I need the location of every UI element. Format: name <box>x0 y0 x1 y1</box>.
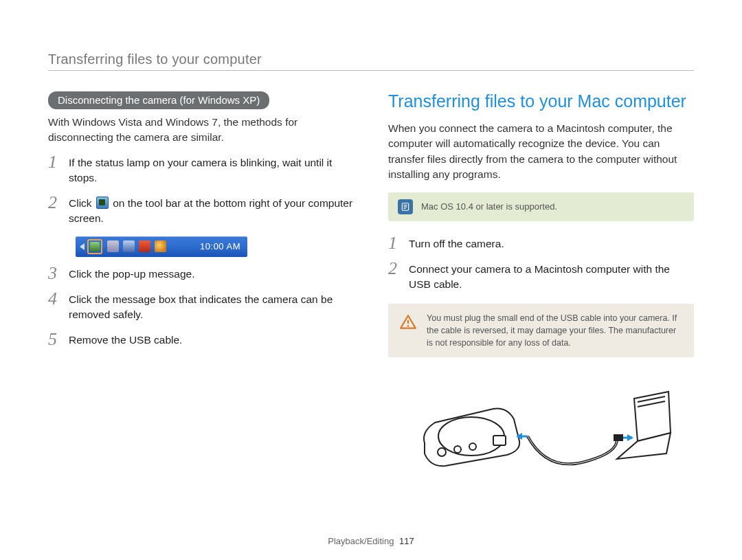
step-number: 1 <box>388 234 401 252</box>
step-text-pre: Click <box>69 197 95 209</box>
safely-remove-hardware-icon <box>90 242 100 251</box>
step-text: Turn off the camera. <box>409 236 694 251</box>
right-column: Transferring files to your Mac computer … <box>388 91 694 481</box>
step-text: Click the pop-up message. <box>69 267 354 282</box>
header-rule <box>48 70 694 71</box>
windows-xp-system-tray: 10:00 AM <box>76 236 247 257</box>
step-4: 4 Click the message box that indicates t… <box>48 292 354 323</box>
step-2: 2 Click on the tool bar at the bottom ri… <box>48 196 354 227</box>
footer-section: Playback/Editing <box>328 536 394 546</box>
svg-marker-13 <box>627 434 633 441</box>
mac-step-2: 2 Connect your camera to a Macintosh com… <box>388 262 694 293</box>
safely-remove-hardware-icon <box>96 197 109 209</box>
note-text: Mac OS 10.4 or later is supported. <box>421 201 557 212</box>
camera-laptop-illustration <box>388 378 694 481</box>
step-5: 5 Remove the USB cable. <box>48 333 354 348</box>
step-number: 1 <box>48 153 60 171</box>
svg-rect-10 <box>493 436 506 445</box>
step-text: Click the message box that indicates the… <box>69 292 354 323</box>
svg-point-9 <box>469 443 476 450</box>
step-text: Remove the USB cable. <box>69 333 354 348</box>
svg-point-8 <box>454 446 461 453</box>
step-1: 1 If the status lamp on your camera is b… <box>48 155 354 186</box>
tray-clock: 10:00 AM <box>200 241 240 251</box>
warning-text: You must plug the small end of the USB c… <box>427 312 683 349</box>
mac-step-1: 1 Turn off the camera. <box>388 236 694 252</box>
tray-icon <box>123 240 135 252</box>
step-3: 3 Click the pop-up message. <box>48 267 354 282</box>
note-icon <box>398 199 413 214</box>
tray-icon <box>155 240 166 252</box>
tray-selected-outline <box>87 239 102 254</box>
tray-expand-chevron-icon <box>80 243 85 250</box>
step-text-post: on the tool bar at the bottom right of y… <box>69 197 352 224</box>
svg-point-5 <box>407 325 409 327</box>
warning-icon <box>399 313 417 334</box>
section-title: Transferring files to your Mac computer <box>388 91 694 111</box>
step-text: If the status lamp on your camera is bli… <box>69 155 354 186</box>
tray-volume-icon <box>139 240 150 252</box>
step-text: Connect your camera to a Macintosh compu… <box>409 262 694 293</box>
left-column: Disconnecting the camera (for Windows XP… <box>48 91 354 481</box>
step-number: 2 <box>48 194 60 212</box>
step-text: Click on the tool bar at the bottom righ… <box>69 196 354 227</box>
svg-rect-12 <box>614 434 623 441</box>
step-number: 2 <box>388 260 401 278</box>
right-intro-text: When you connect the camera to a Macinto… <box>388 121 694 183</box>
subsection-pill: Disconnecting the camera (for Windows XP… <box>48 91 269 109</box>
footer-page-number: 117 <box>399 536 414 546</box>
warning-callout: You must plug the small end of the USB c… <box>388 304 694 357</box>
step-number: 4 <box>48 290 60 308</box>
tray-icon <box>107 240 119 252</box>
note-callout: Mac OS 10.4 or later is supported. <box>388 192 694 221</box>
step-number: 5 <box>48 331 60 348</box>
step-number: 3 <box>48 265 60 282</box>
page-breadcrumb: Transferring files to your computer <box>48 52 694 67</box>
left-intro-text: With Windows Vista and Windows 7, the me… <box>48 115 354 146</box>
svg-point-7 <box>438 448 446 456</box>
page-footer: Playback/Editing 117 <box>0 536 742 546</box>
